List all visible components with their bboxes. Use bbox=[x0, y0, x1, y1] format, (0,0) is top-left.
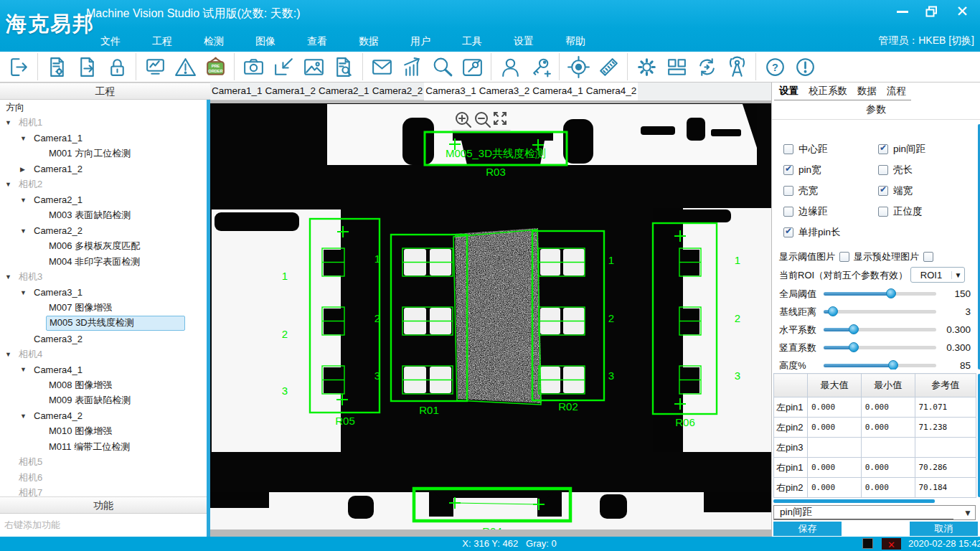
lock-button[interactable] bbox=[102, 53, 132, 80]
checkbox-icon[interactable] bbox=[783, 227, 793, 237]
menu-item-3[interactable]: 检测 bbox=[188, 33, 240, 49]
table-cell[interactable]: 0.000 bbox=[808, 418, 862, 438]
key-add-button[interactable] bbox=[525, 53, 555, 80]
tree-item-Camera4_1[interactable]: ▼Camera4_1 bbox=[0, 362, 207, 378]
chevron-down-icon[interactable]: ▼ bbox=[20, 366, 31, 373]
slider-track[interactable] bbox=[824, 310, 936, 314]
chevron-right-icon[interactable]: ▶ bbox=[20, 166, 31, 173]
checkbox-icon[interactable] bbox=[783, 207, 793, 217]
chevron-down-icon[interactable]: ▼ bbox=[5, 181, 16, 188]
param-checkbox-端宽[interactable]: 端宽 bbox=[878, 184, 913, 197]
chevron-down-icon[interactable]: ▼ bbox=[5, 351, 16, 358]
camera-tab-Camera3_1[interactable]: Camera3_1 bbox=[424, 83, 478, 100]
menu-item-4[interactable]: 图像 bbox=[240, 33, 291, 49]
import-image-button[interactable] bbox=[268, 53, 298, 80]
chevron-down-icon[interactable]: ▼ bbox=[20, 413, 31, 420]
slider-thumb[interactable] bbox=[888, 360, 898, 369]
chevron-down-icon[interactable]: ▼ bbox=[20, 289, 31, 296]
statistics-button[interactable] bbox=[397, 53, 427, 80]
camera-tab-Camera3_2[interactable]: Camera3_2 bbox=[478, 83, 532, 100]
table-cell[interactable]: 0.000 bbox=[808, 458, 862, 478]
chevron-down-icon[interactable]: ▼ bbox=[20, 227, 31, 235]
table-cell[interactable]: 71.238 bbox=[915, 418, 976, 438]
slider-thumb[interactable] bbox=[849, 342, 859, 352]
table-hscrollbar[interactable] bbox=[773, 499, 935, 503]
table-cell[interactable]: 70.184 bbox=[915, 478, 976, 498]
camera-tab-Camera1_2[interactable]: Camera1_2 bbox=[264, 83, 318, 100]
tree-item-Camera1_2[interactable]: ▶Camera1_2 bbox=[0, 161, 207, 177]
ruler-button[interactable] bbox=[593, 53, 623, 80]
toolbox-button[interactable] bbox=[457, 53, 487, 80]
menu-item-9[interactable]: 设置 bbox=[498, 33, 550, 49]
tree-item-Camera2_1[interactable]: ▼Camera2_1 bbox=[0, 192, 207, 208]
warning-button[interactable] bbox=[170, 53, 200, 80]
param-checkbox-单排pin长[interactable]: 单排pin长 bbox=[783, 226, 841, 239]
checkbox-icon[interactable] bbox=[878, 207, 888, 217]
param-checkbox-pin间距[interactable]: pin间距 bbox=[878, 143, 925, 156]
checkbox-icon[interactable] bbox=[783, 165, 793, 175]
param-checkbox-壳长[interactable]: 壳长 bbox=[878, 164, 913, 176]
switch-user-button[interactable]: [切换] bbox=[948, 34, 974, 46]
restore-button[interactable] bbox=[925, 6, 938, 17]
camera-tab-Camera1_1[interactable]: Camera1_1 bbox=[210, 83, 264, 100]
document-export-button[interactable] bbox=[72, 53, 102, 80]
close-button[interactable]: ✕ bbox=[956, 4, 969, 19]
table-cell[interactable]: 70.286 bbox=[915, 458, 976, 478]
chevron-down-icon[interactable]: ▼ bbox=[20, 197, 31, 204]
document-search-button[interactable] bbox=[329, 53, 359, 80]
image-gallery-button[interactable] bbox=[298, 53, 329, 80]
checkbox-icon[interactable] bbox=[783, 186, 793, 196]
tree-item-Camera3_2[interactable]: Camera3_2 bbox=[0, 331, 207, 347]
inspector-tab-校正系数[interactable]: 校正系数 bbox=[804, 83, 852, 100]
table-cell[interactable]: 0.000 bbox=[861, 418, 915, 438]
monitor-wave-button[interactable] bbox=[140, 53, 170, 80]
table-cell[interactable]: 0.000 bbox=[861, 458, 915, 478]
tree-item-M001[interactable]: M001 方向工位检测 bbox=[0, 146, 207, 162]
exit-button[interactable] bbox=[4, 53, 34, 80]
toggle-checkbox-显示预处理图片[interactable] bbox=[923, 252, 933, 262]
tree-item-Camera3_1[interactable]: ▼Camera3_1 bbox=[0, 285, 207, 301]
tree-item-相机6[interactable]: 相机6 bbox=[0, 470, 207, 486]
tree-item-M003[interactable]: M003 表面缺陷检测 bbox=[0, 208, 207, 224]
menu-item-7[interactable]: 用户 bbox=[395, 33, 446, 49]
param-checkbox-正位度[interactable]: 正位度 bbox=[878, 205, 923, 218]
table-cell[interactable]: 0.000 bbox=[808, 478, 862, 498]
slider-track[interactable] bbox=[824, 292, 936, 296]
tree-item-M008[interactable]: M008 图像增强 bbox=[0, 377, 207, 393]
camera-tab-Camera2_1[interactable]: Camera2_1 bbox=[317, 83, 371, 100]
tree-item-M006[interactable]: M006 多模板灰度匹配 bbox=[0, 239, 207, 255]
tree-item-相机4[interactable]: ▼相机4 bbox=[0, 347, 207, 362]
table-cell[interactable] bbox=[915, 438, 976, 458]
save-button[interactable]: 保存 bbox=[773, 522, 842, 536]
inspector-tab-数据[interactable]: 数据 bbox=[852, 83, 882, 100]
camera-tab-Camera4_1[interactable]: Camera4_1 bbox=[531, 83, 585, 100]
tree-item-M011[interactable]: M011 编带工位检测 bbox=[0, 439, 207, 455]
table-cell[interactable] bbox=[861, 438, 915, 458]
tree-item-Camera2_2[interactable]: ▼Camera2_2 bbox=[0, 223, 207, 239]
settings-gear-button[interactable] bbox=[631, 53, 661, 80]
param-checkbox-壳宽[interactable]: 壳宽 bbox=[783, 184, 818, 197]
param-checkbox-中心距[interactable]: 中心距 bbox=[783, 143, 828, 156]
tree-item-相机7[interactable]: 相机7 bbox=[0, 486, 207, 497]
tree-item-相机2[interactable]: ▼相机2 bbox=[0, 177, 207, 193]
tree-item-M004[interactable]: M004 非印字表面检测 bbox=[0, 254, 207, 270]
sync-arrows-button[interactable] bbox=[692, 53, 722, 80]
tree-item-Camera4_2[interactable]: ▼Camera4_2 bbox=[0, 408, 207, 424]
pre-order-sign-button[interactable]: PREORDER bbox=[200, 53, 230, 80]
slider-track[interactable] bbox=[824, 328, 936, 331]
param-checkbox-pin宽[interactable]: pin宽 bbox=[783, 164, 821, 176]
help-button[interactable]: ? bbox=[760, 53, 790, 80]
user-profile-button[interactable] bbox=[495, 53, 525, 80]
menu-item-5[interactable]: 查看 bbox=[291, 33, 343, 49]
checkbox-icon[interactable] bbox=[878, 144, 888, 154]
camera-tab-Camera2_2[interactable]: Camera2_2 bbox=[371, 83, 425, 100]
search-button[interactable] bbox=[427, 53, 457, 80]
tree-item-Camera1_1[interactable]: ▼Camera1_1 bbox=[0, 131, 207, 146]
camera-tab-Camera4_2[interactable]: Camera4_2 bbox=[585, 83, 639, 100]
menu-item-1[interactable]: 文件 bbox=[85, 33, 136, 49]
menu-item-10[interactable]: 帮助 bbox=[550, 33, 601, 49]
tree-item-相机1[interactable]: ▼相机1 bbox=[0, 116, 207, 131]
tree-item-方向[interactable]: 方向 bbox=[0, 100, 207, 116]
chevron-down-icon[interactable]: ▼ bbox=[5, 273, 16, 281]
chevron-down-icon[interactable]: ▼ bbox=[20, 135, 31, 142]
